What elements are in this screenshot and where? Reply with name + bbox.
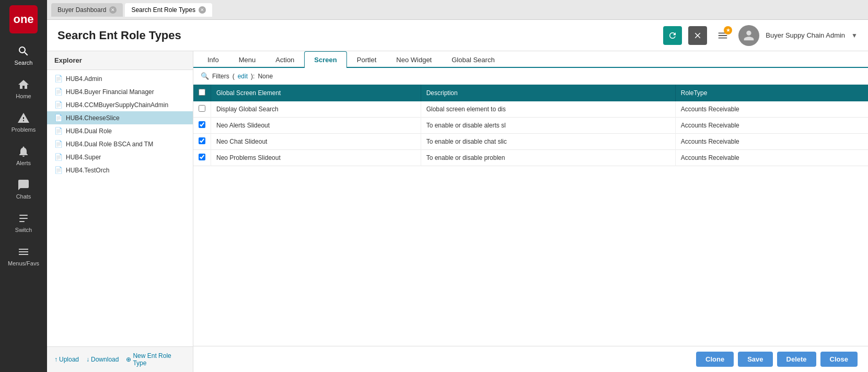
table-row[interactable]: Neo Problems SlideoutTo enable or disabl… <box>193 150 868 166</box>
sidebar-item-problems[interactable]: Problems <box>0 106 47 139</box>
sidebar-item-alerts[interactable]: Alerts <box>0 139 47 172</box>
explorer-item-1[interactable]: 📄 HUB4.Buyer Financial Manager <box>47 85 193 98</box>
tab-menu[interactable]: Menu <box>229 51 266 68</box>
sidebar-label-problems: Problems <box>11 126 36 133</box>
row-description: To enable or disable alerts sl <box>421 118 675 134</box>
upload-arrow-icon: ↑ <box>54 356 57 363</box>
page-header: Search Ent Role Types ★ Buyer Suppy Chai… <box>47 20 868 51</box>
row-checkbox-2[interactable] <box>199 137 205 144</box>
tab-search-ent-role-types[interactable]: Search Ent Role Types ✕ <box>125 3 212 17</box>
content-tabs: Info Menu Action Screen Portlet Neo Widg… <box>193 51 868 68</box>
tab-info[interactable]: Info <box>198 51 229 68</box>
table-container: Global Screen Element Description RoleTy… <box>193 85 868 346</box>
explorer-item-5[interactable]: 📄 HUB4.Dual Role BSCA and TM <box>47 137 193 150</box>
explorer-list: 📄 HUB4.Admin 📄 HUB4.Buyer Financial Mana… <box>47 70 193 346</box>
avatar <box>738 25 759 46</box>
filter-edit-link[interactable]: edit <box>238 73 248 80</box>
row-checkbox-cell <box>193 101 211 118</box>
tab-global-search[interactable]: Global Search <box>442 51 504 68</box>
tab-bar: Buyer Dashboard ✕ Search Ent Role Types … <box>47 0 868 20</box>
document-icon-3: 📄 <box>54 114 63 122</box>
delete-button[interactable]: Delete <box>777 352 816 367</box>
sidebar-item-menus[interactable]: Menus/Favs <box>0 239 47 273</box>
sidebar-item-switch[interactable]: Switch <box>0 206 47 239</box>
row-checkbox-cell <box>193 118 211 134</box>
col-element: Global Screen Element <box>211 85 421 101</box>
sidebar-item-home[interactable]: Home <box>0 72 47 106</box>
tab-action[interactable]: Action <box>265 51 304 68</box>
explorer-item-3[interactable]: 📄 HUB4.CheeseSlice <box>47 111 193 124</box>
sidebar-label-search: Search <box>15 60 33 66</box>
upload-link[interactable]: ↑ Upload <box>54 352 79 367</box>
tab-buyer-dashboard[interactable]: Buyer Dashboard ✕ <box>51 3 123 17</box>
explorer-item-6[interactable]: 📄 HUB4.Super <box>47 150 193 164</box>
action-bar: Clone Save Delete Close <box>193 346 868 372</box>
app-logo[interactable]: one <box>9 5 38 33</box>
page-title: Search Ent Role Types <box>57 29 657 42</box>
menu-button[interactable]: ★ <box>713 26 732 45</box>
row-description: To enable or disable chat slic <box>421 134 675 150</box>
select-all-checkbox[interactable] <box>199 89 205 96</box>
svg-rect-1 <box>19 218 28 219</box>
close-button[interactable] <box>688 26 707 45</box>
row-checkbox-0[interactable] <box>199 105 205 112</box>
sidebar-label-alerts: Alerts <box>16 160 31 166</box>
row-roletype: Accounts Receivable <box>675 150 868 166</box>
sidebar-label-chats: Chats <box>16 193 31 200</box>
row-checkbox-3[interactable] <box>199 154 205 160</box>
document-icon-6: 📄 <box>54 153 63 161</box>
document-icon-5: 📄 <box>54 140 63 148</box>
sidebar-label-switch: Switch <box>15 227 32 233</box>
new-ent-plus-icon: ⊕ <box>126 356 131 363</box>
save-button[interactable]: Save <box>738 352 772 367</box>
clone-button[interactable]: Clone <box>696 352 734 367</box>
right-panel: Info Menu Action Screen Portlet Neo Widg… <box>193 51 868 372</box>
sidebar: one Search Home Problems Alerts Chats Sw… <box>0 0 47 372</box>
explorer-item-0[interactable]: 📄 HUB4.Admin <box>47 72 193 85</box>
col-roletype: RoleType <box>675 85 868 101</box>
sidebar-item-chats[interactable]: Chats <box>0 172 47 206</box>
row-roletype: Accounts Receivable <box>675 101 868 118</box>
refresh-button[interactable] <box>663 26 682 45</box>
row-element: Display Global Search <box>211 101 421 118</box>
main-area: Buyer Dashboard ✕ Search Ent Role Types … <box>47 0 868 372</box>
svg-rect-2 <box>19 221 25 222</box>
close-action-button[interactable]: Close <box>820 352 858 367</box>
document-icon-2: 📄 <box>54 101 63 109</box>
tab-screen[interactable]: Screen <box>304 51 346 68</box>
tab-close-search-ent-role-types[interactable]: ✕ <box>199 6 206 14</box>
svg-rect-0 <box>19 215 28 216</box>
row-checkbox-1[interactable] <box>199 121 205 128</box>
filter-parens-open: ( <box>233 73 235 80</box>
row-checkbox-cell <box>193 150 211 166</box>
filter-icon: 🔍 <box>201 72 209 80</box>
document-icon-7: 📄 <box>54 166 63 174</box>
explorer-item-2[interactable]: 📄 HUB4.CCMBuyerSupplyChainAdmin <box>47 98 193 111</box>
new-ent-link[interactable]: ⊕ New Ent Role Type <box>126 352 186 367</box>
table-header-row: Global Screen Element Description RoleTy… <box>193 85 868 101</box>
tab-close-buyer-dashboard[interactable]: ✕ <box>109 6 117 14</box>
download-arrow-icon: ↓ <box>86 356 89 363</box>
user-dropdown-arrow[interactable]: ▼ <box>851 32 858 39</box>
tab-portlet[interactable]: Portlet <box>347 51 387 68</box>
filter-label: Filters <box>212 73 229 80</box>
col-description: Description <box>421 85 675 101</box>
explorer-item-7[interactable]: 📄 HUB4.TestOrch <box>47 164 193 177</box>
user-name: Buyer Suppy Chain Admin <box>766 31 845 39</box>
document-icon-1: 📄 <box>54 88 63 96</box>
document-icon-4: 📄 <box>54 127 63 135</box>
document-icon-0: 📄 <box>54 75 63 83</box>
row-description: To enable or disable problen <box>421 150 675 166</box>
explorer-item-4[interactable]: 📄 HUB4.Dual Role <box>47 124 193 137</box>
download-link[interactable]: ↓ Download <box>86 352 119 367</box>
table-row[interactable]: Neo Chat SlideoutTo enable or disable ch… <box>193 134 868 150</box>
table-row[interactable]: Display Global SearchGlobal screen eleme… <box>193 101 868 118</box>
filter-parens-close: ): <box>251 73 254 80</box>
row-checkbox-cell <box>193 134 211 150</box>
sidebar-item-search[interactable]: Search <box>0 39 47 72</box>
tab-neo-widget[interactable]: Neo Widget <box>386 51 442 68</box>
sidebar-label-menus: Menus/Favs <box>8 260 39 266</box>
row-element: Neo Problems Slideout <box>211 150 421 166</box>
row-roletype: Accounts Receivable <box>675 118 868 134</box>
table-row[interactable]: Neo Alerts SlideoutTo enable or disable … <box>193 118 868 134</box>
